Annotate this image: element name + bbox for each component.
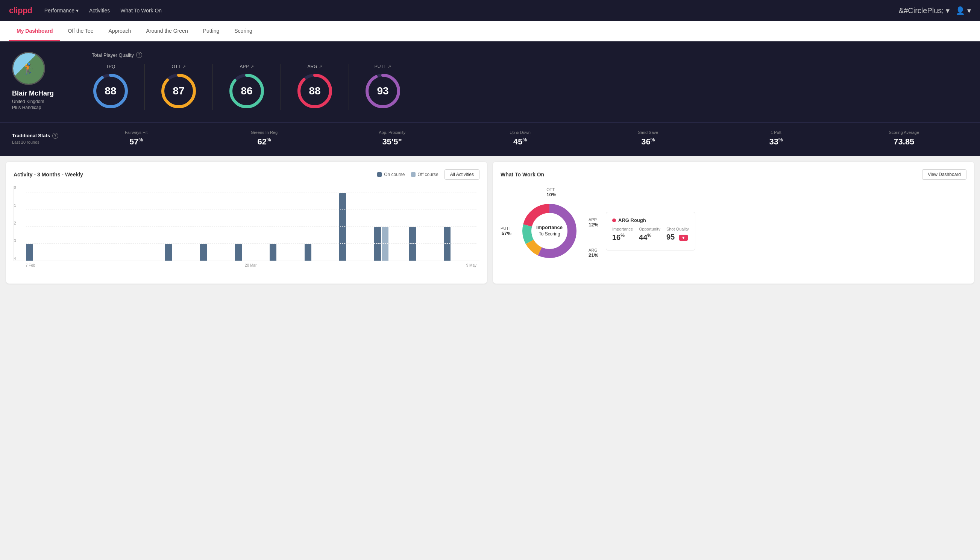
bar-oncourse xyxy=(339,193,346,261)
info-metrics: Importance 16% Opportunity 44% Shot Qual… xyxy=(612,227,689,242)
info-dot xyxy=(612,218,616,222)
bar-oncourse xyxy=(444,227,451,261)
tab-my-dashboard[interactable]: My Dashboard xyxy=(9,21,60,41)
wtwo-title: What To Work On xyxy=(501,172,544,178)
ring-ott: OTT ↗ 87 xyxy=(145,64,213,110)
chart-legend: On course Off course xyxy=(377,172,438,177)
profile-country: United Kingdom xyxy=(12,99,44,104)
bar-offcourse xyxy=(382,227,388,261)
help-icon[interactable]: ? xyxy=(136,52,142,58)
ring-arg-container: 88 xyxy=(296,72,334,110)
donut-svg: Importance To Scoring xyxy=(519,201,579,261)
user-menu[interactable]: 👤 ▾ xyxy=(955,6,971,15)
tab-around-the-green[interactable]: Around the Green xyxy=(138,21,195,41)
hero-profile: 🏌️ Blair McHarg United Kingdom Plus Hand… xyxy=(12,52,80,110)
bar-group xyxy=(235,244,268,261)
add-button[interactable]: &#CirclePlus; ▾ xyxy=(899,6,950,15)
view-dashboard-button[interactable]: View Dashboard xyxy=(922,169,967,180)
ring-tpq: TPQ 88 xyxy=(92,64,145,110)
arrow-icon: ↗ xyxy=(182,64,186,69)
bar-chart: 4 3 2 1 0 xyxy=(13,186,479,261)
bar-oncourse xyxy=(26,244,33,261)
stat-fairways-hit: Fairways Hit 57% xyxy=(72,130,200,147)
tab-approach[interactable]: Approach xyxy=(101,21,138,41)
player-quality-title: Total Player Quality ? xyxy=(92,52,968,58)
ring-putt: PUTT ↗ 93 xyxy=(349,64,417,110)
donut-with-labels: PUTT 57% OTT 10% APP 12% ARG xyxy=(501,186,598,276)
info-card: ARG Rough Importance 16% Opportunity 44%… xyxy=(606,212,695,250)
trad-stat-items: Fairways Hit 57% Greens In Reg 62% App. … xyxy=(72,130,968,147)
ring-tpq-container: 88 xyxy=(92,72,129,110)
bar-oncourse xyxy=(200,244,207,261)
nav-what-to-work-on[interactable]: What To Work On xyxy=(120,8,162,13)
stat-app-proximity: App. Proximity 35'5" xyxy=(328,130,456,147)
profile-handicap: Plus Handicap xyxy=(12,105,41,110)
bar-group xyxy=(165,244,198,261)
bar-oncourse xyxy=(270,244,276,261)
arrow-icon: ↗ xyxy=(388,64,391,69)
ring-app: APP ↗ 86 xyxy=(213,64,281,110)
metric-importance: Importance 16% xyxy=(612,227,633,242)
bar-group xyxy=(339,193,372,261)
bar-oncourse xyxy=(304,244,311,261)
shot-quality-badge: ▼ xyxy=(679,235,688,241)
traditional-stats: Traditional Stats ? Last 20 rounds Fairw… xyxy=(0,122,980,156)
wtwo-card-header: What To Work On View Dashboard xyxy=(501,169,967,180)
nav-links: Performance ▾ Activities What To Work On xyxy=(44,8,162,13)
info-card-title: ARG Rough xyxy=(612,217,689,223)
chevron-down-icon: ▾ xyxy=(76,8,78,13)
nav-right: &#CirclePlus; ▾ 👤 ▾ xyxy=(899,6,971,15)
trad-help-icon[interactable]: ? xyxy=(52,133,58,139)
avatar-image: 🏌️ xyxy=(13,53,44,84)
bar-group xyxy=(200,244,233,261)
all-activities-button[interactable]: All Activities xyxy=(444,169,479,180)
donut-chart-wrapper: PUTT 57% OTT 10% APP 12% ARG xyxy=(501,186,598,276)
stat-greens-in-reg: Greens In Reg 62% xyxy=(200,130,328,147)
activity-card: Activity - 3 Months - Weekly On course O… xyxy=(6,162,487,283)
activity-card-header: Activity - 3 Months - Weekly On course O… xyxy=(13,169,479,180)
putt-label: PUTT 57% xyxy=(501,226,511,236)
app-label: APP 12% xyxy=(589,217,598,228)
bar-chart-container: 4 3 2 1 0 7 Feb 28 Mar 9 May xyxy=(13,186,479,267)
metric-shot-quality: Shot Quality 95 ▼ xyxy=(666,227,689,242)
ring-putt-container: 93 xyxy=(364,72,402,110)
bar-group xyxy=(26,244,59,261)
tab-off-the-tee[interactable]: Off the Tee xyxy=(60,21,101,41)
bar-oncourse xyxy=(235,244,242,261)
ott-label: OTT 10% xyxy=(546,187,556,197)
bar-group xyxy=(304,244,337,261)
metric-opportunity: Opportunity 44% xyxy=(639,227,661,242)
bar-group xyxy=(374,227,407,261)
bar-oncourse xyxy=(165,244,172,261)
score-rings: TPQ 88 OTT ↗ xyxy=(92,64,968,110)
bar-oncourse xyxy=(409,227,416,261)
offcourse-dot xyxy=(411,172,416,177)
trad-stats-subtitle: Last 20 rounds xyxy=(12,140,72,144)
arrow-icon: ↗ xyxy=(319,64,322,69)
logo: clippd xyxy=(9,6,32,15)
svg-text:To Scoring: To Scoring xyxy=(539,231,560,237)
grid-line xyxy=(26,210,476,210)
grid-line xyxy=(26,193,476,193)
ring-app-container: 86 xyxy=(228,72,266,110)
stat-sand-save: Sand Save 36% xyxy=(584,130,712,147)
nav-performance[interactable]: Performance ▾ xyxy=(44,8,78,13)
arg-label: ARG 21% xyxy=(589,248,598,258)
profile-name: Blair McHarg xyxy=(12,90,54,97)
y-axis-labels: 4 3 2 1 0 xyxy=(14,186,16,261)
x-axis-labels: 7 Feb 28 Mar 9 May xyxy=(13,261,479,267)
activity-chart-title: Activity - 3 Months - Weekly xyxy=(13,172,83,178)
top-nav: clippd Performance ▾ Activities What To … xyxy=(0,0,980,21)
bar-group xyxy=(444,227,476,261)
hero-section: 🏌️ Blair McHarg United Kingdom Plus Hand… xyxy=(0,42,980,122)
ring-ott-container: 87 xyxy=(160,72,198,110)
nav-activities[interactable]: Activities xyxy=(89,8,110,13)
stat-up-down: Up & Down 45% xyxy=(456,130,584,147)
bar-oncourse xyxy=(374,227,381,261)
bar-group xyxy=(409,227,442,261)
bottom-section: Activity - 3 Months - Weekly On course O… xyxy=(0,156,980,290)
tab-putting[interactable]: Putting xyxy=(196,21,227,41)
hero-stats: Total Player Quality ? TPQ 88 xyxy=(92,52,968,110)
tab-scoring[interactable]: Scoring xyxy=(227,21,260,41)
ring-arg: ARG ↗ 88 xyxy=(281,64,349,110)
